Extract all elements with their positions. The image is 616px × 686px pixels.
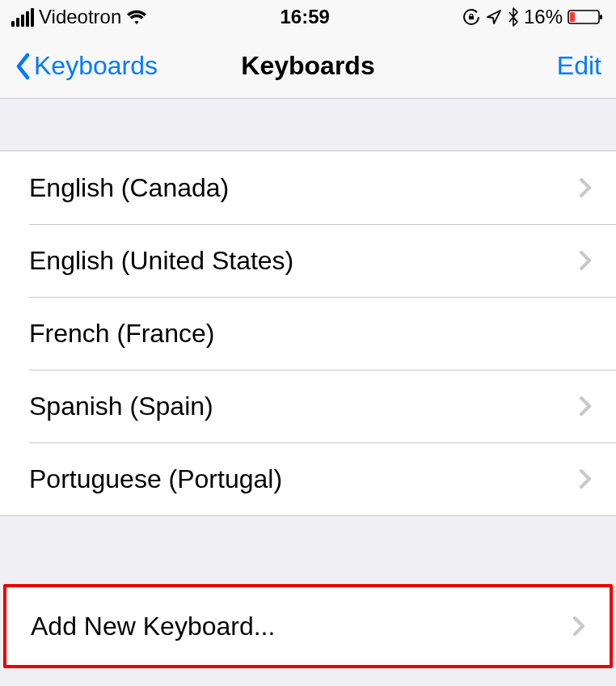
add-keyboard-group: Add New Keyboard...: [3, 584, 613, 668]
wifi-icon: [126, 8, 147, 26]
chevron-right-icon: [579, 250, 592, 271]
keyboard-row-label: Portuguese (Portugal): [29, 464, 282, 494]
keyboard-row-label: French (France): [29, 319, 214, 349]
cellular-signal-icon: [11, 8, 34, 27]
orientation-lock-icon: [462, 8, 480, 26]
keyboard-row[interactable]: English (Canada): [0, 151, 616, 224]
chevron-right-icon: [579, 177, 592, 198]
status-left: Videotron: [11, 6, 147, 28]
edit-button[interactable]: Edit: [557, 51, 601, 81]
chevron-right-icon: [579, 468, 592, 489]
chevron-right-icon: [579, 396, 592, 417]
status-time: 16:59: [280, 6, 329, 28]
battery-icon: [567, 8, 605, 26]
keyboard-row[interactable]: Portuguese (Portugal): [0, 443, 616, 515]
page-title: Keyboards: [241, 51, 374, 81]
keyboard-row-label: Spanish (Spain): [29, 392, 213, 421]
battery-percentage: 16%: [524, 6, 563, 28]
keyboard-row[interactable]: Spanish (Spain): [0, 370, 616, 443]
back-label: Keyboards: [34, 51, 158, 81]
spacer: [0, 99, 616, 150]
keyboard-row[interactable]: French (France): [0, 297, 616, 370]
keyboard-row[interactable]: English (United States): [0, 224, 616, 297]
add-keyboard-label: Add New Keyboard...: [31, 612, 275, 642]
svg-rect-2: [570, 12, 575, 22]
status-bar: Videotron 16:59 16%: [0, 0, 616, 34]
keyboards-list: English (Canada) English (United States)…: [0, 150, 616, 516]
back-button[interactable]: Keyboards: [15, 51, 158, 81]
status-right: 16%: [462, 6, 605, 28]
add-keyboard-button[interactable]: Add New Keyboard...: [6, 587, 610, 665]
carrier-name: Videotron: [39, 6, 121, 28]
svg-rect-3: [600, 15, 602, 19]
nav-bar: Keyboards Keyboards Edit: [0, 34, 616, 99]
keyboard-row-label: English (United States): [29, 246, 293, 276]
chevron-right-icon: [572, 616, 585, 637]
location-icon: [485, 8, 503, 26]
spacer: [0, 516, 616, 584]
chevron-left-icon: [15, 53, 32, 80]
keyboard-row-label: English (Canada): [29, 173, 229, 203]
bluetooth-icon: [508, 7, 519, 27]
